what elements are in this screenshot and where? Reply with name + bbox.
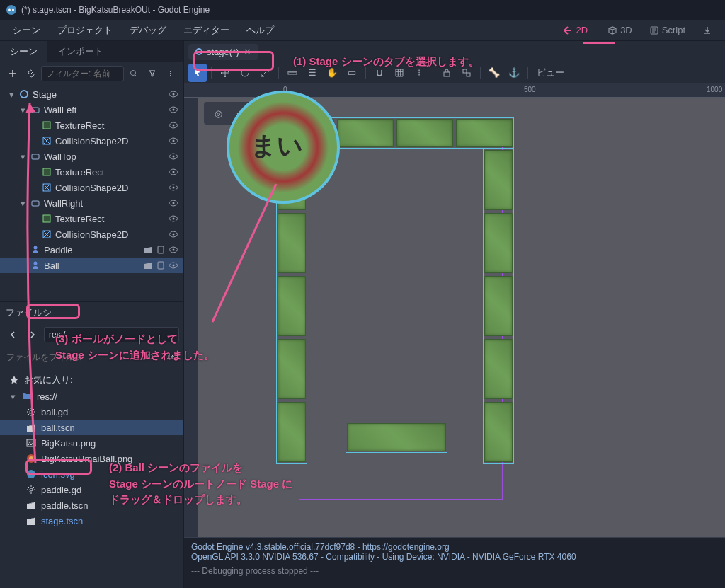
tree-node-paddle[interactable]: Paddle [0, 242, 183, 258]
clapper-icon[interactable] [142, 260, 154, 271]
svg-point-46 [30, 488, 33, 491]
scale-tool[interactable] [256, 64, 274, 82]
clapper-icon[interactable] [142, 244, 154, 255]
menu-scene[interactable]: シーン [6, 21, 47, 40]
eye-icon[interactable] [168, 120, 179, 131]
script-icon[interactable] [155, 260, 166, 271]
eye-icon[interactable] [168, 166, 179, 178]
filter-icon[interactable] [144, 65, 161, 82]
search-icon[interactable] [125, 65, 142, 82]
menu-help[interactable]: ヘルプ [239, 21, 281, 40]
svg-point-4 [131, 71, 136, 76]
fs-search-icon[interactable] [142, 349, 159, 366]
eye-icon[interactable] [168, 244, 179, 255]
eye-icon[interactable] [168, 104, 179, 115]
center-view-button[interactable]: ◎ [210, 105, 227, 122]
tab-scene[interactable]: シーン [0, 41, 47, 62]
group-tool[interactable] [457, 64, 476, 82]
close-icon[interactable]: ✕ [244, 47, 251, 57]
snap-toggle[interactable] [370, 64, 389, 82]
snap-options-icon[interactable]: ⁝ [410, 64, 428, 82]
svg-rect-50 [444, 72, 450, 76]
output-panel[interactable]: Godot Engine v4.3.stable.official.77dcf9… [184, 537, 725, 588]
fs-file-paddle-gd[interactable]: paddle.gd [0, 482, 183, 497]
tree-node-texturerect[interactable]: TextureRect [0, 117, 183, 133]
scene-filter-input[interactable] [41, 66, 124, 81]
tree-node-texturerect[interactable]: TextureRect [0, 211, 183, 226]
eye-icon[interactable] [168, 88, 179, 100]
fs-path[interactable]: res:/ [44, 327, 179, 342]
fs-back-button[interactable] [4, 326, 21, 343]
svg-rect-51 [463, 69, 467, 73]
fs-fwd-button[interactable] [24, 326, 41, 343]
view-menu[interactable]: ビュー [532, 67, 569, 79]
mode-3d[interactable]: 3D [600, 22, 639, 38]
canvas[interactable]: ◎ − 53 % + まい [198, 98, 725, 537]
svg-point-43 [27, 470, 35, 478]
lock-tool[interactable] [438, 64, 456, 82]
fs-file-BigKatsu-png[interactable]: BigKatsu.png [0, 435, 183, 451]
fs-filter-input[interactable] [4, 350, 139, 364]
instance-icon [30, 244, 41, 255]
mode-download-icon[interactable] [695, 23, 719, 38]
fs-file-label: stage.tscn [41, 516, 83, 526]
tree-node-walltop[interactable]: ▾WallTop [0, 149, 183, 164]
tree-node-stage[interactable]: ▾Stage [0, 86, 183, 102]
menu-editor[interactable]: エディター [176, 21, 236, 40]
filesystem-path-row: res:/ [0, 323, 183, 346]
fs-file-paddle-tscn[interactable]: paddle.tscn [0, 497, 183, 513]
rotate-tool[interactable] [236, 64, 254, 82]
fs-sort-icon[interactable] [162, 349, 179, 366]
scene-tab-stage[interactable]: stage(*) ✕ [188, 44, 258, 60]
fs-file-ball-tscn[interactable]: ball.tscn [0, 420, 183, 435]
fs-file-ball-gd[interactable]: ball.gd [0, 404, 183, 420]
tab-import[interactable]: インポート [47, 41, 113, 62]
eye-icon[interactable] [168, 182, 179, 193]
eye-icon[interactable] [168, 229, 179, 240]
anchor-tool[interactable]: ⚓ [505, 64, 523, 82]
gear-icon [25, 406, 37, 417]
mode-2d[interactable]: 2D [556, 22, 598, 38]
move-tool[interactable] [216, 64, 234, 82]
scene-toolbar [0, 62, 183, 85]
tree-node-texturerect[interactable]: TextureRect [0, 164, 183, 180]
viewport[interactable]: 0 500 1000 [184, 83, 725, 537]
rect-tool[interactable]: ▭ [343, 64, 361, 82]
script-icon[interactable] [155, 244, 166, 255]
grid-toggle[interactable] [390, 64, 409, 82]
eye-icon[interactable] [168, 135, 179, 146]
select-tool[interactable] [188, 64, 207, 82]
tree-node-ball[interactable]: Ball [0, 258, 183, 273]
fs-file-icon-svg[interactable]: icon.svg [0, 466, 183, 482]
eye-icon[interactable] [168, 213, 179, 224]
list-tool[interactable]: ☰ [303, 64, 321, 82]
fs-file-stage-tscn[interactable]: stage.tscn [0, 513, 183, 529]
mode-script[interactable]: Script [642, 22, 692, 38]
scene-tree[interactable]: ▾Stage▾WallLeftTextureRectCollisionShape… [0, 85, 183, 301]
link-node-button[interactable] [23, 65, 40, 82]
add-node-button[interactable] [4, 65, 21, 82]
eye-icon[interactable] [168, 197, 179, 209]
fs-file-BigKatsuUmaiBall-png[interactable]: BigKatsuUmaiBall.png [0, 451, 183, 466]
clapper-icon [25, 515, 37, 526]
menu-project[interactable]: プロジェクト [50, 21, 120, 40]
menu-debug[interactable]: デバッグ [122, 21, 173, 40]
output-line: --- Debugging process stopped --- [191, 566, 718, 576]
ruler-tool[interactable] [283, 64, 302, 82]
tree-node-collisionshape2d[interactable]: CollisionShape2D [0, 180, 183, 195]
tree-node-wallright[interactable]: ▾WallRight [0, 195, 183, 211]
fs-favorites[interactable]: お気に入り: [0, 371, 183, 388]
eye-icon[interactable] [168, 151, 179, 162]
chevron-icon: ▾ [18, 152, 27, 161]
fs-file-label: ball.tscn [41, 422, 75, 433]
pan-tool[interactable]: ✋ [323, 64, 341, 82]
tree-node-collisionshape2d[interactable]: CollisionShape2D [0, 226, 183, 242]
eye-icon[interactable] [168, 260, 179, 271]
tree-node-wallleft[interactable]: ▾WallLeft [0, 102, 183, 117]
fs-root[interactable]: ▾ res:// [0, 388, 183, 404]
chevron-icon [30, 137, 38, 145]
tree-node-collisionshape2d[interactable]: CollisionShape2D [0, 133, 183, 149]
bone-tool[interactable]: 🦴 [485, 64, 503, 82]
filesystem-tree[interactable]: お気に入り: ▾ res:// ball.gdball.tscnBigKatsu… [0, 369, 183, 588]
more-icon[interactable] [162, 65, 179, 82]
